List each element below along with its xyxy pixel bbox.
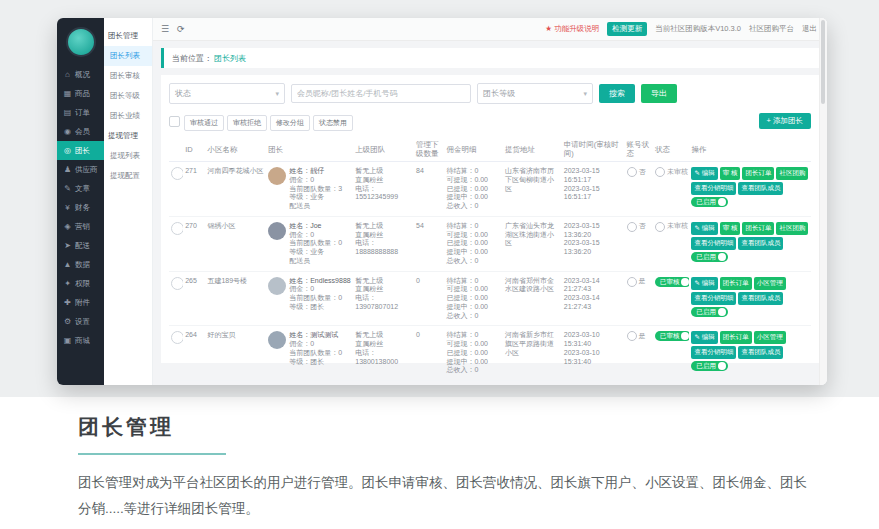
op-button[interactable]: ✎ 编辑 <box>691 167 717 180</box>
op-button[interactable]: 社区团购 <box>776 222 808 235</box>
content-area: 当前位置： 团长列表 状态 ▾ 团长等级 ▾ 搜索 <box>153 41 827 385</box>
sidebar-item-articles[interactable]: ✎文章 <box>57 179 104 198</box>
sidebar-item-goods[interactable]: ▦商品 <box>57 84 104 103</box>
leader-level-select[interactable]: 团长等级 ▾ <box>477 83 593 104</box>
batch-button[interactable]: 修改分组 <box>270 115 310 131</box>
main-sidebar: ⌂概况▦商品▤订单◉会员◎团长♟供应商✎文章¥财务◈营销➤配送▲数据✦权限✚附件… <box>57 18 104 385</box>
submenu-item[interactable]: 提现配置 <box>104 166 152 186</box>
leader-detail-line: 配送员 <box>289 202 342 211</box>
op-button[interactable]: 查看分销明细 <box>691 346 736 359</box>
sidebar-item-members[interactable]: ◉会员 <box>57 122 104 141</box>
scrollbar-thumb[interactable] <box>821 20 825 104</box>
status-indicator-off[interactable]: 否 <box>627 167 646 177</box>
op-button[interactable]: 团长订单 <box>742 167 774 180</box>
sidebar-item-overview[interactable]: ⌂概况 <box>57 65 104 84</box>
subordinates-cell: 0 <box>414 326 444 381</box>
row-checkbox[interactable] <box>171 167 183 180</box>
address-cell: 河南省郑州市金水区建设路小区 <box>503 271 562 326</box>
radio-ring-icon <box>627 331 637 341</box>
sidebar-item-data[interactable]: ▲数据 <box>57 255 104 274</box>
status-toggle-on[interactable]: 已审核 <box>655 277 689 287</box>
sidebar-item-attachments[interactable]: ✚附件 <box>57 293 104 312</box>
sidebar-item-leaders[interactable]: ◎团长 <box>57 141 104 160</box>
op-button[interactable]: 查看分销明细 <box>691 292 736 305</box>
sidebar-item-delivery[interactable]: ➤配送 <box>57 236 104 255</box>
commission-line: 总收入：0 <box>446 257 501 266</box>
op-button[interactable]: 查看团队成员 <box>738 182 783 195</box>
op-button[interactable]: 小区管理 <box>754 331 786 344</box>
sidebar-item-mall[interactable]: ▣商城 <box>57 331 104 350</box>
leader-detail: 姓名：靓仔佣金：0当前团队数量：3等级：业务配送员 <box>289 167 342 211</box>
refresh-icon[interactable]: ⟳ <box>177 24 185 34</box>
add-leader-button[interactable]: + 添加团长 <box>759 113 811 129</box>
row-checkbox[interactable] <box>171 222 183 235</box>
search-input[interactable] <box>291 84 471 103</box>
op-button[interactable]: ✎ 编辑 <box>691 331 717 344</box>
check-update-button[interactable]: 检测更新 <box>607 22 647 36</box>
status-indicator-off[interactable]: 未审核 <box>655 167 688 177</box>
op-button[interactable]: ✎ 编辑 <box>691 222 717 235</box>
submenu-item[interactable]: 团长列表 <box>104 46 152 66</box>
batch-button[interactable]: 状态禁用 <box>313 115 353 131</box>
export-button[interactable]: 导出 <box>641 84 677 103</box>
op-button[interactable]: 团长订单 <box>720 331 752 344</box>
status-toggle-on[interactable]: 已启用 <box>691 252 728 262</box>
platform-name-link[interactable]: 社区团购平台 <box>749 24 794 34</box>
submenu-item[interactable]: 团长等级 <box>104 86 152 106</box>
community-cell: 好的宝贝 <box>205 326 266 381</box>
submenu-item[interactable]: 团长审核 <box>104 66 152 86</box>
row-checkbox[interactable] <box>171 277 183 290</box>
batch-button[interactable]: 审核通过 <box>184 115 224 131</box>
leader-info: 姓名：靓仔佣金：0当前团队数量：3等级：业务配送员 <box>268 167 351 211</box>
upgrade-notice-link[interactable]: ★ 功能升级说明 <box>545 24 599 34</box>
status-toggle-on[interactable]: 已启用 <box>691 361 728 371</box>
topbar: ☰ ⟳ ★ 功能升级说明 检测更新 当前社区团购版本V10.3.0 社区团购平台… <box>153 18 827 41</box>
status-indicator-off[interactable]: 是 <box>627 277 646 287</box>
op-button[interactable]: 查看团队成员 <box>738 346 783 359</box>
sidebar-item-settings[interactable]: ⚙设置 <box>57 312 104 331</box>
row-checkbox[interactable] <box>171 331 183 344</box>
parent-team-cell: 暂无上级直属粉丝电话：13800138000 <box>353 326 414 381</box>
op-button[interactable]: 查看分销明细 <box>691 182 736 195</box>
op-button[interactable]: 社区团购 <box>776 167 808 180</box>
breadcrumb-current-link[interactable]: 团长列表 <box>214 53 246 64</box>
window-scrollbar[interactable] <box>819 18 827 385</box>
leader-info: 姓名：Joe佣金：0当前团队数量：0等级：业务配送员 <box>268 222 351 266</box>
logout-link[interactable]: 退出 <box>802 24 817 34</box>
goods-icon: ▦ <box>63 89 72 98</box>
table-row: 261东口小区姓名：王以佣金：0当前团队数量：0等级：业务暂无上级直属粉丝电话：… <box>169 381 811 386</box>
op-button[interactable]: 审 核 <box>720 222 741 235</box>
op-button[interactable]: ✎ 编辑 <box>691 277 717 290</box>
op-button[interactable]: 团长订单 <box>742 222 774 235</box>
status-indicator-off[interactable]: 否 <box>627 222 646 232</box>
batch-button[interactable]: 审核拒绝 <box>227 115 267 131</box>
sidebar-item-orders[interactable]: ▤订单 <box>57 103 104 122</box>
search-button[interactable]: 搜索 <box>599 84 635 103</box>
sidebar-item-finance[interactable]: ¥财务 <box>57 198 104 217</box>
toggle-knob <box>718 198 726 206</box>
sidebar-item-permissions[interactable]: ✦权限 <box>57 274 104 293</box>
menu-collapse-icon[interactable]: ☰ <box>161 24 169 34</box>
leader-detail-line: 当前团队数量：0 <box>289 349 342 358</box>
op-button[interactable]: 查看团队成员 <box>738 292 783 305</box>
op-button[interactable]: 小区管理 <box>754 277 786 290</box>
op-button[interactable]: 查看团队成员 <box>738 237 783 250</box>
op-button[interactable]: 审 核 <box>720 167 741 180</box>
status-indicator-off[interactable]: 未审核 <box>655 222 688 232</box>
status-toggle-on[interactable]: 已启用 <box>691 197 728 207</box>
finance-icon: ¥ <box>63 203 72 212</box>
select-all-checkbox[interactable] <box>169 116 180 127</box>
doc-section: 团长管理 团长管理对成为平台社区团长的用户进行管理。团长申请审核、团长营收情况、… <box>0 397 879 523</box>
status-toggle-on[interactable]: 已启用 <box>691 307 728 317</box>
status-indicator-off[interactable]: 是 <box>627 331 646 341</box>
sidebar-item-suppliers[interactable]: ♟供应商 <box>57 160 104 179</box>
op-button[interactable]: 团长订单 <box>720 277 752 290</box>
submenu-item[interactable]: 团长业绩 <box>104 106 152 126</box>
status-select[interactable]: 状态 ▾ <box>169 83 285 104</box>
submenu-item[interactable]: 提现列表 <box>104 146 152 166</box>
status-toggle-on[interactable]: 已审核 <box>655 331 689 341</box>
sidebar-item-label: 数据 <box>75 260 90 270</box>
sidebar-item-marketing[interactable]: ◈营销 <box>57 217 104 236</box>
id-cell: 261 <box>183 381 205 386</box>
op-button[interactable]: 查看分销明细 <box>691 237 736 250</box>
